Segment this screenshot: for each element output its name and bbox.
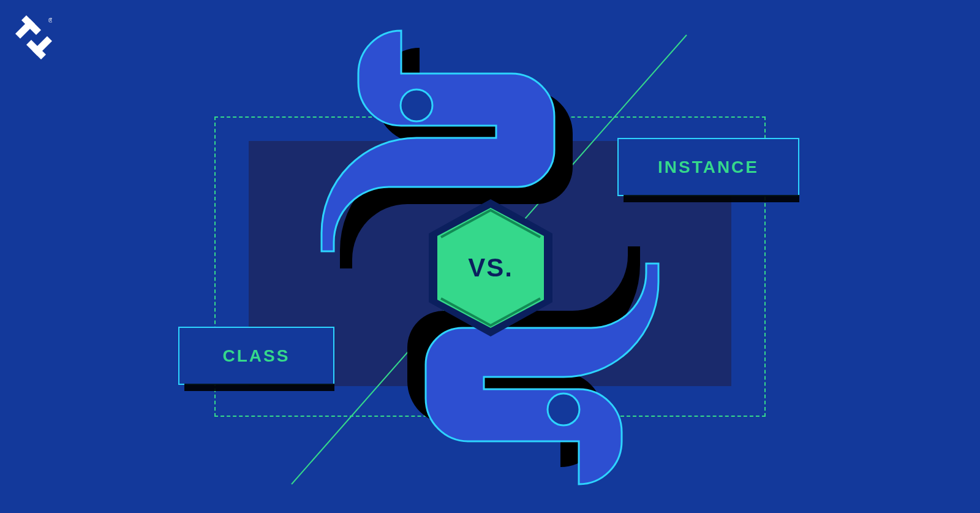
class-label-card: CLASS: [178, 327, 334, 385]
svg-text:®: ®: [48, 17, 52, 24]
toptal-logo-icon: ®: [15, 15, 52, 59]
instance-label-text: INSTANCE: [658, 158, 759, 177]
vs-badge-text: VS.: [429, 199, 552, 336]
svg-point-1: [401, 89, 432, 121]
vs-badge: VS.: [429, 199, 552, 336]
class-label-text: CLASS: [223, 346, 290, 366]
svg-point-2: [548, 393, 579, 425]
instance-label-card: INSTANCE: [617, 138, 799, 196]
